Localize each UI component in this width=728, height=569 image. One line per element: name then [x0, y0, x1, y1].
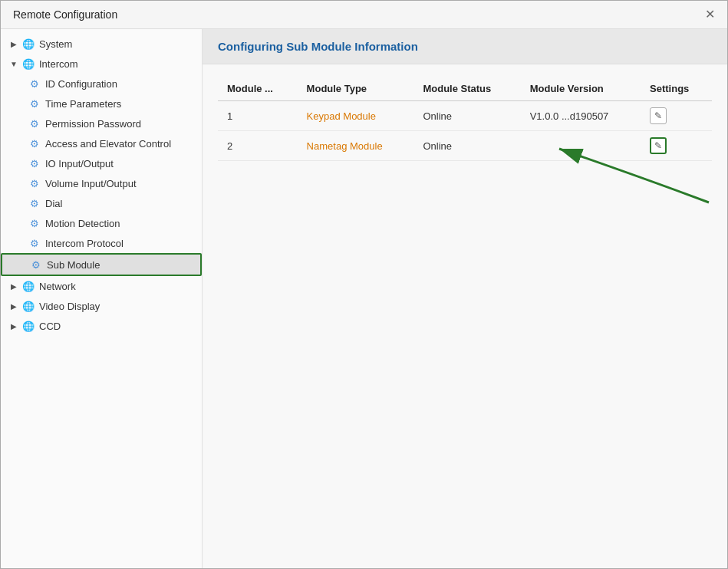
window-title: Remote Configuration	[13, 8, 117, 21]
sidebar-item-intercom[interactable]: ▼ 🌐 Intercom	[1, 54, 202, 74]
col-module-version: Module Version	[521, 77, 641, 101]
globe-icon-ccd: 🌐	[22, 320, 35, 332]
globe-icon-system: 🌐	[22, 38, 35, 50]
table-row: 1 Keypad Module Online V1.0.0 ...d190507…	[218, 101, 712, 131]
gear-icon-io: ⚙	[28, 157, 41, 169]
row2-module-num: 2	[218, 131, 298, 161]
sidebar-label-system: System	[39, 38, 72, 50]
row1-edit-button[interactable]: ✎	[650, 107, 667, 124]
gear-icon-motion: ⚙	[28, 217, 41, 229]
gear-icon-intercom-protocol: ⚙	[28, 237, 41, 249]
sidebar-item-volume-input-output[interactable]: ⚙ Volume Input/Output	[1, 173, 202, 193]
row1-module-type[interactable]: Keypad Module	[298, 101, 414, 131]
table-row: 2 Nametag Module Online ✎	[218, 131, 712, 161]
row1-settings: ✎	[641, 101, 712, 131]
row1-version: V1.0.0 ...d190507	[521, 101, 641, 131]
gear-icon-access-elevator: ⚙	[28, 137, 41, 150]
sidebar-item-network[interactable]: ▶ 🌐 Network	[1, 276, 202, 296]
sidebar-label-intercom-protocol: Intercom Protocol	[45, 238, 124, 249]
expand-arrow-network: ▶	[8, 281, 19, 291]
globe-icon-network: 🌐	[22, 280, 35, 292]
sidebar-label-ccd: CCD	[39, 321, 61, 332]
sidebar-item-video-display[interactable]: ▶ 🌐 Video Display	[1, 296, 202, 316]
content-area: Configuring Sub Module Information Modul…	[203, 29, 727, 568]
expand-arrow-intercom: ▼	[8, 58, 19, 69]
row2-version	[521, 131, 641, 161]
gear-icon-time-params: ⚙	[28, 97, 41, 110]
main-content: ▶ 🌐 System ▼ 🌐 Intercom ⚙ ID Configurati…	[1, 29, 727, 568]
sidebar-label-video-display: Video Display	[39, 301, 100, 312]
row2-status: Online	[413, 131, 520, 161]
close-button[interactable]: ✕	[705, 8, 715, 21]
sidebar-label-access-elevator: Access and Elevator Control	[45, 138, 171, 150]
sidebar-label-motion-detection: Motion Detection	[45, 218, 120, 229]
content-header: Configuring Sub Module Information	[203, 29, 727, 64]
gear-icon-id-config: ⚙	[28, 77, 41, 90]
sidebar-item-motion-detection[interactable]: ⚙ Motion Detection	[1, 213, 202, 233]
row2-settings: ✎	[641, 131, 712, 161]
sidebar-item-permission-password[interactable]: ⚙ Permission Password	[1, 113, 202, 133]
sidebar-item-dial[interactable]: ⚙ Dial	[1, 193, 202, 213]
expand-arrow-video-display: ▶	[8, 301, 19, 311]
sidebar-label-intercom: Intercom	[39, 58, 78, 70]
gear-icon-volume: ⚙	[28, 177, 41, 189]
expand-arrow-ccd: ▶	[8, 321, 19, 331]
row1-status: Online	[413, 101, 520, 131]
sidebar-label-volume-input-output: Volume Input/Output	[45, 178, 137, 189]
col-module-num: Module ...	[218, 77, 298, 101]
sidebar-item-time-parameters[interactable]: ⚙ Time Parameters	[1, 94, 202, 113]
sidebar-label-io-input-output: IO Input/Output	[45, 158, 114, 169]
col-module-type: Module Type	[298, 77, 414, 101]
titlebar: Remote Configuration ✕	[1, 1, 727, 29]
sidebar-item-system[interactable]: ▶ 🌐 System	[1, 34, 202, 54]
sidebar-label-sub-module: Sub Module	[47, 259, 100, 271]
sidebar-item-io-input-output[interactable]: ⚙ IO Input/Output	[1, 153, 202, 173]
col-settings: Settings	[641, 77, 712, 101]
expand-arrow-system: ▶	[8, 38, 19, 49]
sidebar-label-dial: Dial	[45, 198, 62, 209]
row2-edit-button[interactable]: ✎	[650, 137, 667, 154]
module-table: Module ... Module Type Module Status Mod…	[218, 77, 712, 161]
sidebar-item-sub-module[interactable]: ⚙ Sub Module	[1, 253, 202, 276]
gear-icon-dial: ⚙	[28, 197, 41, 209]
sidebar-item-intercom-protocol[interactable]: ⚙ Intercom Protocol	[1, 233, 202, 253]
sidebar-label-permission-password: Permission Password	[45, 118, 141, 130]
remote-config-window: Remote Configuration ✕ ▶ 🌐 System ▼ 🌐 In…	[0, 0, 728, 569]
sidebar-item-ccd[interactable]: ▶ 🌐 CCD	[1, 316, 202, 336]
sidebar-label-network: Network	[39, 281, 76, 292]
row1-module-num: 1	[218, 101, 298, 131]
sidebar-item-id-configuration[interactable]: ⚙ ID Configuration	[1, 74, 202, 94]
globe-icon-video-display: 🌐	[22, 300, 35, 312]
row2-module-type[interactable]: Nametag Module	[298, 131, 414, 161]
sidebar-label-time-parameters: Time Parameters	[45, 98, 121, 110]
col-module-status: Module Status	[413, 77, 520, 101]
content-title: Configuring Sub Module Information	[218, 40, 418, 53]
gear-icon-permission-pwd: ⚙	[28, 117, 41, 130]
content-body: Module ... Module Type Module Status Mod…	[203, 64, 727, 568]
globe-icon-intercom: 🌐	[22, 58, 35, 70]
sidebar-label-id-configuration: ID Configuration	[45, 78, 117, 90]
sidebar: ▶ 🌐 System ▼ 🌐 Intercom ⚙ ID Configurati…	[1, 29, 203, 568]
gear-icon-sub-module: ⚙	[30, 258, 42, 271]
sidebar-item-access-elevator[interactable]: ⚙ Access and Elevator Control	[1, 133, 202, 153]
